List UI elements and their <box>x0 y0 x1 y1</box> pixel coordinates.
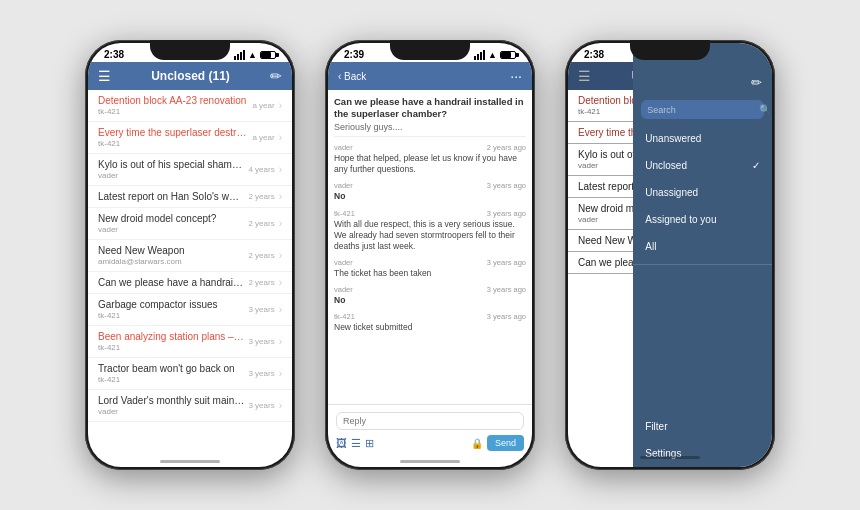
notch-3 <box>630 40 710 60</box>
status-icons-1: ▲ <box>234 50 276 60</box>
chat-question: Can we please have a handrail installed … <box>334 96 526 137</box>
menu-item-settings[interactable]: Settings <box>633 440 772 467</box>
status-icons-2: ▲ <box>474 50 516 60</box>
battery-icon <box>260 51 276 59</box>
time-2: 2:39 <box>344 49 364 60</box>
conv-title-9: Been analyzing station plans – we may ..… <box>98 331 244 342</box>
back-button[interactable]: ‹ Back <box>338 71 366 82</box>
app-header-1: ☰ Unclosed (11) ✏ <box>88 62 292 90</box>
conv-item-2[interactable]: Every time the superlaser destroys a pl.… <box>88 122 292 154</box>
time-1: 2:38 <box>104 49 124 60</box>
conv-item-5[interactable]: New droid model concept? vader 2 years › <box>88 208 292 240</box>
menu-divider <box>633 264 772 265</box>
home-indicator-2 <box>400 460 460 463</box>
signal-icon <box>234 50 245 60</box>
table-icon[interactable]: ⊞ <box>365 437 374 450</box>
conv-title-6: Need New Weapon <box>98 245 244 256</box>
wifi-icon-2: ▲ <box>488 50 497 60</box>
chat-message-2: vader 3 years ago No <box>334 181 526 202</box>
conv-title-3: Kylo is out of his special shampoo. Nee.… <box>98 159 244 170</box>
phone-1: 2:38 ▲ ☰ Unclosed (11) ✏ <box>85 40 295 470</box>
menu-item-unassigned[interactable]: Unassigned <box>633 179 772 206</box>
conv-title-10: Tractor beam won't go back on <box>98 363 244 374</box>
menu-item-filter[interactable]: Filter <box>633 413 772 440</box>
conv-item-10[interactable]: Tractor beam won't go back on tk-421 3 y… <box>88 358 292 390</box>
wifi-icon: ▲ <box>248 50 257 60</box>
send-button[interactable]: Send <box>487 435 524 451</box>
conv-item-4[interactable]: Latest report on Han Solo's whereabouts … <box>88 186 292 208</box>
reply-input[interactable] <box>336 412 524 430</box>
conv-item-9[interactable]: Been analyzing station plans – we may ..… <box>88 326 292 358</box>
conv-time-1: a year <box>252 101 274 110</box>
chat-message-6: tk-421 3 years ago New ticket submitted <box>334 312 526 333</box>
chat-body: Can we please have a handrail installed … <box>328 90 532 404</box>
menu-icon[interactable]: ☰ <box>98 68 111 84</box>
conv-title-8: Garbage compactor issues <box>98 299 244 310</box>
conv-item-3[interactable]: Kylo is out of his special shampoo. Nee.… <box>88 154 292 186</box>
check-icon: ✓ <box>752 160 760 171</box>
time-3: 2:38 <box>584 49 604 60</box>
lock-icon[interactable]: 🔒 <box>471 438 483 449</box>
conv-title-4: Latest report on Han Solo's whereabouts <box>98 191 244 202</box>
compose-icon-menu[interactable]: ✏ <box>751 75 762 90</box>
header-title-1: Unclosed (11) <box>151 69 230 83</box>
search-input[interactable] <box>647 105 759 115</box>
conv-item-1[interactable]: Detention block AA-23 renovation tk-421 … <box>88 90 292 122</box>
conv-item-8[interactable]: Garbage compactor issues tk-421 3 years … <box>88 294 292 326</box>
more-options-button[interactable]: ··· <box>510 68 522 84</box>
conv-item-6[interactable]: Need New Weapon amidala@starwars.com 2 y… <box>88 240 292 272</box>
conv-title-7: Can we please have a handrail installe..… <box>98 277 244 288</box>
menu-item-unanswered[interactable]: Unanswered <box>633 125 772 152</box>
notch-1 <box>150 40 230 60</box>
home-indicator-1 <box>160 460 220 463</box>
conv-item-11[interactable]: Lord Vader's monthly suit maintenance va… <box>88 390 292 422</box>
menu-search: 🔍 <box>641 100 764 119</box>
chat-header: ‹ Back ··· <box>328 62 532 90</box>
home-indicator-3 <box>640 456 700 459</box>
conv-title-1: Detention block AA-23 renovation <box>98 95 248 106</box>
compose-icon[interactable]: ✏ <box>270 68 282 84</box>
menu-item-assigned-to-you[interactable]: Assigned to you <box>633 206 772 233</box>
menu-item-unclosed[interactable]: Unclosed ✓ <box>633 152 772 179</box>
menu-overlay: ✏ 🔍 Unanswered Unclosed ✓ Unassigned Ass… <box>633 43 772 467</box>
phone-2: 2:39 ▲ ‹ Back ··· Can we please have a h <box>325 40 535 470</box>
conv-title-5: New droid model concept? <box>98 213 244 224</box>
list-icon[interactable]: ☰ <box>351 437 361 450</box>
menu-item-all[interactable]: All <box>633 233 772 260</box>
chat-message-1: vader 2 years ago Hope that helped, plea… <box>334 143 526 175</box>
chat-message-3: tk-421 3 years ago With all due respect,… <box>334 209 526 252</box>
phone-3: 2:38 ▲ ☰ Unclosed (11) ✏ <box>565 40 775 470</box>
search-icon: 🔍 <box>759 104 771 115</box>
conv-sub-1: tk-421 <box>98 107 248 116</box>
reply-bar: 🖼 ☰ ⊞ 🔒 Send <box>328 404 532 456</box>
signal-icon-2 <box>474 50 485 60</box>
notch-2 <box>390 40 470 60</box>
image-icon[interactable]: 🖼 <box>336 437 347 449</box>
conversation-list: Detention block AA-23 renovation tk-421 … <box>88 90 292 456</box>
chat-message-5: vader 3 years ago No <box>334 285 526 306</box>
conv-title-11: Lord Vader's monthly suit maintenance <box>98 395 244 406</box>
conv-title-2: Every time the superlaser destroys a pl.… <box>98 127 248 138</box>
conv-sub-2: tk-421 <box>98 139 248 148</box>
battery-icon-2 <box>500 51 516 59</box>
chat-message-4: vader 3 years ago The ticket has been ta… <box>334 258 526 279</box>
conv-item-7[interactable]: Can we please have a handrail installe..… <box>88 272 292 294</box>
